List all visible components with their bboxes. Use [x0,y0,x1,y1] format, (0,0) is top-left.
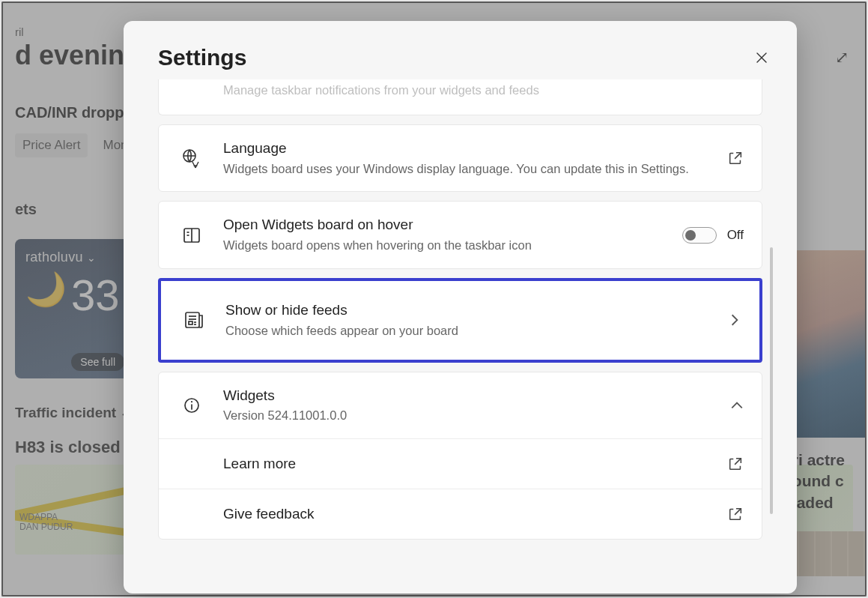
chevron-up-icon [730,399,744,412]
hover-title: Open Widgets board on hover [223,215,666,235]
bg-greeting: d evening [15,40,141,71]
settings-item-open-on-hover: Open Widgets board on hover Widgets boar… [158,201,762,269]
svg-rect-8 [189,321,192,324]
feeds-icon [179,310,209,330]
settings-item-widgets-version[interactable]: Widgets Version 524.11001.0.0 Learn more… [158,372,762,540]
settings-sub-learn-more[interactable]: Learn more [159,438,762,489]
open-external-icon [727,456,744,472]
hover-toggle-label: Off [727,228,744,243]
chevron-right-icon [728,313,741,327]
open-external-icon [727,506,744,522]
bg-weather-temp: 33 [71,270,120,320]
language-title: Language [223,139,711,158]
close-icon [756,52,768,64]
open-external-icon [727,150,744,166]
svg-rect-5 [186,312,199,327]
bg-see-full-button[interactable]: See full [71,353,124,371]
hover-toggle[interactable] [682,227,717,244]
feeds-title: Show or hide feeds [225,300,711,320]
give-feedback-label: Give feedback [223,506,727,522]
settings-item-show-hide-feeds[interactable]: Show or hide feeds Choose which feeds ap… [158,278,762,363]
expand-icon[interactable]: ⤢ [835,48,849,67]
settings-modal: Settings Manage taskbar notifications fr… [124,21,797,594]
weather-moon-icon: 🌙 [25,270,67,309]
settings-item-notifications[interactable]: Manage taskbar notifications from your w… [158,79,762,115]
bg-date: ril [15,25,141,38]
widgets-board-icon [177,226,207,245]
settings-sub-give-feedback[interactable]: Give feedback [159,489,762,539]
close-button[interactable] [749,45,774,70]
bg-map-area: WDAPPA DAN PUDUR [19,513,73,532]
language-subtitle: Widgets board uses your Windows display … [223,160,711,178]
bg-traffic-label[interactable]: Traffic incident [15,405,116,420]
learn-more-label: Learn more [223,456,727,472]
widgets-subtitle: Version 524.11001.0.0 [223,407,714,425]
info-icon [177,396,207,414]
scrollbar[interactable] [770,247,773,514]
bg-pill-price-alert[interactable]: Price Alert [15,133,88,157]
modal-title: Settings [158,45,246,70]
language-icon [177,148,207,169]
hover-subtitle: Widgets board opens when hovering on the… [223,237,666,255]
feeds-subtitle: Choose which feeds appear on your board [225,322,711,340]
settings-item-language[interactable]: Language Widgets board uses your Windows… [158,124,762,193]
notifications-subtitle: Manage taskbar notifications from your w… [223,82,744,100]
chevron-down-icon: ⌄ [87,252,96,264]
bg-weather-location: ratholuvu [25,250,83,265]
widgets-title: Widgets [223,386,714,405]
